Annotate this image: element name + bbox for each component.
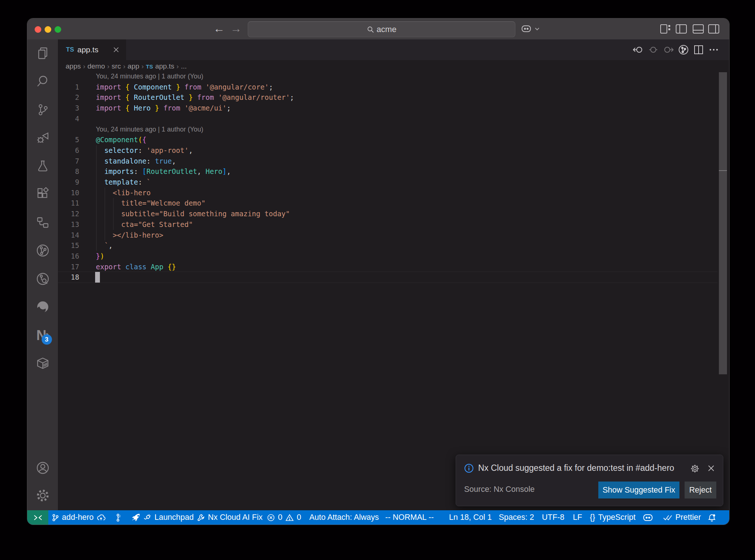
- line-number: 7: [58, 156, 79, 167]
- code-token: [96, 241, 104, 249]
- show-suggested-fix-button[interactable]: Show Suggested Fix: [598, 482, 679, 498]
- nx-cloud-fix-status-item[interactable]: Nx Cloud AI Fix: [197, 510, 262, 525]
- code-token: [96, 167, 104, 175]
- more-actions-icon[interactable]: [706, 48, 721, 51]
- breadcrumb-item[interactable]: apps: [66, 62, 81, 70]
- code-token: ;: [290, 93, 294, 101]
- editor-actions: [630, 39, 721, 60]
- close-traffic-light[interactable]: [35, 26, 41, 33]
- prettier-status-item[interactable]: Prettier: [663, 510, 701, 525]
- code-token: subtitle="Build something amazing today": [121, 210, 290, 218]
- codelens-annotation[interactable]: You, 24 minutes ago | 1 author (You): [96, 124, 203, 134]
- code-token: selector: [104, 146, 138, 154]
- code-token: [96, 199, 121, 207]
- code-token: Hero: [205, 167, 222, 175]
- remote-indicator[interactable]: [27, 510, 48, 525]
- rocket-icon: [132, 513, 140, 522]
- run-forward-icon[interactable]: [661, 46, 676, 54]
- scrollbar-cursor-marker: [719, 170, 727, 171]
- copilot-status-icon[interactable]: [643, 510, 653, 525]
- copilot-icon[interactable]: [521, 24, 531, 33]
- line-number: 17: [58, 262, 79, 272]
- launchpad-status-item[interactable]: Launchpad: [132, 510, 194, 525]
- code-token: [163, 263, 167, 271]
- line-number: 8: [58, 166, 79, 177]
- line-number: 3: [58, 103, 79, 113]
- line-number: 15: [58, 240, 79, 251]
- code-token: class: [125, 263, 146, 271]
- edge-browser-icon[interactable]: [35, 299, 51, 315]
- vim-mode-status-item[interactable]: -- NORMAL --: [385, 510, 434, 525]
- codelens-annotation[interactable]: You, 24 minutes ago | 1 author (You): [96, 71, 203, 81]
- code-token: [130, 104, 134, 112]
- toggle-secondary-sidebar-icon[interactable]: [708, 24, 720, 34]
- toggle-panel-icon[interactable]: [692, 24, 704, 34]
- code-token: 'app-root': [146, 146, 188, 154]
- breadcrumb-item[interactable]: src: [112, 62, 121, 70]
- editor[interactable]: You, 24 minutes ago | 1 author (You)1imp…: [58, 73, 717, 510]
- zoom-traffic-light[interactable]: [55, 26, 61, 33]
- minimize-traffic-light[interactable]: [45, 26, 51, 33]
- code-token: RouterOutlet: [134, 93, 184, 101]
- extensions-icon[interactable]: [36, 187, 50, 201]
- branch-status-item[interactable]: add-hero: [52, 510, 105, 525]
- breadcrumb-item[interactable]: demo: [87, 62, 105, 70]
- command-center-search[interactable]: acme: [248, 21, 515, 37]
- code-token: from: [163, 104, 180, 112]
- breadcrumb-item[interactable]: app.ts: [155, 62, 174, 70]
- nx-console-icon[interactable]: N› 3: [36, 328, 49, 343]
- customize-layout-icon[interactable]: [660, 24, 671, 34]
- auto-attach-status-item[interactable]: Auto Attach: Always: [309, 510, 379, 525]
- close-tab-icon[interactable]: [113, 47, 119, 53]
- language-status-item[interactable]: {}TypeScript: [590, 510, 636, 525]
- code-token: :: [138, 178, 146, 186]
- vertical-scrollbar[interactable]: [719, 72, 727, 374]
- code-token: [184, 93, 188, 101]
- run-debug-icon[interactable]: [35, 130, 50, 145]
- problems-status-item[interactable]: 0 0: [267, 510, 301, 525]
- explorer-icon[interactable]: [36, 46, 50, 60]
- toggle-sidebar-icon[interactable]: [675, 24, 687, 34]
- breadcrumb-item[interactable]: ...: [181, 62, 187, 70]
- code-token: [193, 93, 197, 101]
- breadcrumb-item[interactable]: app: [128, 62, 139, 70]
- nx-project-graph-icon[interactable]: [36, 216, 50, 230]
- settings-gear-icon[interactable]: [35, 488, 51, 503]
- cursor-position-status-item[interactable]: Ln 18, Col 1: [449, 510, 492, 525]
- code-token: {: [125, 104, 129, 112]
- container-icon[interactable]: [35, 356, 50, 371]
- eol-status-item[interactable]: LF: [573, 510, 582, 525]
- toast-close-icon[interactable]: [707, 464, 716, 473]
- git-search-circle-icon[interactable]: [35, 271, 51, 287]
- chevron-down-icon[interactable]: [535, 27, 540, 31]
- editor-cursor: [95, 272, 100, 283]
- code-line: 9 template: `: [58, 177, 717, 188]
- code-token: imports: [104, 167, 134, 175]
- run-node-icon[interactable]: [646, 46, 661, 54]
- code-token: App: [151, 263, 163, 271]
- split-editor-icon[interactable]: [691, 45, 706, 55]
- accounts-icon[interactable]: [35, 460, 51, 476]
- git-graph-circle-icon[interactable]: [35, 243, 51, 258]
- toast-settings-icon[interactable]: [690, 464, 700, 473]
- breadcrumb-separator: ›: [142, 63, 144, 70]
- source-control-icon[interactable]: [36, 103, 50, 117]
- run-back-icon[interactable]: [630, 46, 646, 54]
- reject-button[interactable]: Reject: [685, 482, 716, 498]
- encoding-status-item[interactable]: UTF-8: [542, 510, 564, 525]
- git-graph-status-item[interactable]: [115, 510, 121, 525]
- code-token: RouterOutlet: [146, 167, 197, 175]
- search-sidebar-icon[interactable]: [36, 74, 50, 88]
- code-line: 6 selector: 'app-root',: [58, 145, 717, 156]
- warning-count: 0: [297, 513, 301, 522]
- forward-arrow-icon[interactable]: →: [230, 22, 242, 35]
- back-arrow-icon[interactable]: ←: [213, 22, 225, 35]
- notifications-bell-icon[interactable]: [707, 510, 716, 525]
- git-actions-icon[interactable]: [676, 44, 691, 55]
- git-branch-icon: [52, 514, 59, 522]
- testing-icon[interactable]: [36, 159, 50, 173]
- indentation-status-item[interactable]: Spaces: 2: [499, 510, 534, 525]
- tab-app-ts[interactable]: TS app.ts: [58, 39, 126, 60]
- code-line: 18: [58, 272, 717, 283]
- code-token: }: [155, 104, 159, 112]
